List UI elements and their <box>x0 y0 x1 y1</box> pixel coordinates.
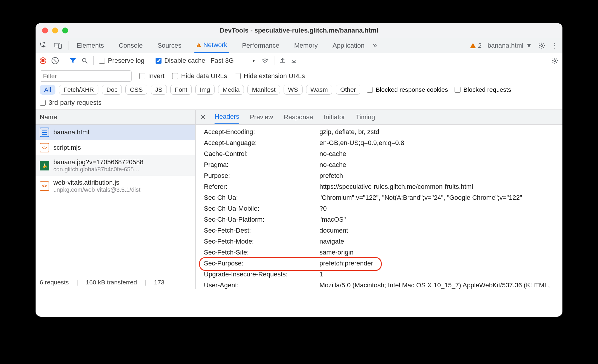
header-row[interactable]: Accept-Language:en-GB,en-US;q=0.9,en;q=0… <box>202 137 562 148</box>
detail-tab-initiator[interactable]: Initiator <box>324 110 345 124</box>
kebab-menu-icon[interactable]: ⋮ <box>551 44 558 47</box>
svg-point-11 <box>554 59 556 61</box>
target-dropdown[interactable]: banana.html ▼ <box>487 42 532 49</box>
request-list-header[interactable]: Name <box>36 110 195 125</box>
tab-memory[interactable]: Memory <box>292 38 319 53</box>
header-value: "macOS" <box>319 214 560 225</box>
headers-list[interactable]: Accept-Encoding:gzip, deflate, br, zstdA… <box>196 125 562 289</box>
blocked-cookies-checkbox[interactable]: Blocked response cookies <box>367 86 448 93</box>
detail-tab-headers[interactable]: Headers <box>215 110 239 124</box>
zoom-window-button[interactable] <box>62 28 68 33</box>
header-row[interactable]: Purpose:prefetch <box>202 170 562 181</box>
disable-cache-checkbox[interactable]: Disable cache <box>156 57 205 65</box>
header-row[interactable]: Sec-Ch-Ua-Platform:"macOS" <box>202 214 562 225</box>
svg-rect-3 <box>199 44 199 46</box>
header-value: ?0 <box>319 203 560 214</box>
svg-point-10 <box>264 62 266 63</box>
request-name: banana.html <box>53 128 89 136</box>
header-row[interactable]: Sec-Fetch-Site:same-origin <box>202 247 562 258</box>
filter-input[interactable] <box>40 70 132 82</box>
request-row[interactable]: <>script.mjs <box>36 140 195 155</box>
device-toggle-icon[interactable] <box>54 42 62 49</box>
header-row[interactable]: Accept-Encoding:gzip, deflate, br, zstd <box>202 126 562 137</box>
network-conditions-icon[interactable] <box>261 57 269 64</box>
tab-sources[interactable]: Sources <box>156 38 183 53</box>
type-filter-wasm[interactable]: Wasm <box>306 85 332 95</box>
blocked-requests-checkbox[interactable]: Blocked requests <box>455 86 511 93</box>
type-filter-all[interactable]: All <box>40 85 55 95</box>
devtools-window: DevTools - speculative-rules.glitch.me/b… <box>36 23 562 317</box>
upload-har-icon[interactable] <box>280 57 286 64</box>
image-thumb-icon: 🍌 <box>40 161 49 170</box>
gear-icon[interactable] <box>538 42 545 49</box>
filter-icon[interactable] <box>70 58 76 64</box>
hide-data-urls-checkbox[interactable]: Hide data URLs <box>172 72 227 80</box>
warnings-counter[interactable]: 2 <box>470 42 482 49</box>
request-row[interactable]: banana.html <box>36 125 195 140</box>
request-row[interactable]: <>web-vitals.attribution.jsunpkg.com/web… <box>36 176 195 196</box>
header-value: "Chromium";v="122", "Not(A:Brand";v="24"… <box>319 192 560 203</box>
more-tabs-icon[interactable]: » <box>373 41 376 50</box>
header-key: Cache-Control: <box>204 148 319 159</box>
type-filter-font[interactable]: Font <box>170 85 192 95</box>
header-value: no-cache <box>319 159 560 170</box>
request-row[interactable]: 🍌banana.jpg?v=1705668720588cdn.glitch.gl… <box>36 155 195 176</box>
clear-button[interactable] <box>52 57 59 64</box>
header-row[interactable]: Referer:https://speculative-rules.glitch… <box>202 181 562 192</box>
header-row[interactable]: Sec-Ch-Ua-Mobile:?0 <box>202 203 562 214</box>
type-filter-img[interactable]: Img <box>195 85 215 95</box>
tab-network[interactable]: Network <box>194 38 229 53</box>
status-transferred: 160 kB transferred <box>86 279 137 286</box>
status-resources: 173 <box>154 279 164 286</box>
throttling-label: Fast 3G <box>211 57 234 65</box>
header-value: no-cache <box>319 148 560 159</box>
disable-cache-label: Disable cache <box>164 57 205 65</box>
type-filter-media[interactable]: Media <box>218 85 244 95</box>
header-row[interactable]: Sec-Fetch-Dest:document <box>202 225 562 236</box>
header-row[interactable]: Sec-Ch-Ua:"Chromium";v="122", "Not(A:Bra… <box>202 192 562 203</box>
gear-icon[interactable] <box>551 57 558 64</box>
header-row[interactable]: Pragma:no-cache <box>202 159 562 170</box>
third-party-checkbox[interactable]: 3rd-party requests <box>40 99 558 107</box>
blocked-cookies-label: Blocked response cookies <box>376 86 448 93</box>
header-row[interactable]: Sec-Fetch-Mode:navigate <box>202 236 562 247</box>
header-row[interactable]: Sec-Purpose:prefetch;prerender <box>202 258 562 269</box>
header-key: Accept-Language: <box>204 137 319 148</box>
detail-tab-response[interactable]: Response <box>284 110 313 124</box>
minimize-window-button[interactable] <box>52 28 58 33</box>
warnings-count-text: 2 <box>478 42 482 49</box>
tab-console[interactable]: Console <box>117 38 145 53</box>
network-main: Name banana.html<>script.mjs🍌banana.jpg?… <box>36 110 562 289</box>
inspect-icon[interactable] <box>40 42 47 49</box>
status-bar: 6 requests | 160 kB transferred | 173 <box>36 275 195 289</box>
target-name: banana.html <box>487 42 523 49</box>
close-window-button[interactable] <box>42 28 48 33</box>
preserve-log-checkbox[interactable]: Preserve log <box>99 57 145 65</box>
detail-tab-preview[interactable]: Preview <box>250 110 273 124</box>
svg-rect-2 <box>59 44 61 49</box>
invert-checkbox[interactable]: Invert <box>139 72 164 80</box>
type-filter-css[interactable]: CSS <box>125 85 147 95</box>
detail-tab-timing[interactable]: Timing <box>356 110 375 124</box>
type-filter-manifest[interactable]: Manifest <box>247 85 280 95</box>
type-filter-js[interactable]: JS <box>151 85 167 95</box>
close-detail-button[interactable]: ✕ <box>200 113 206 121</box>
header-value: same-origin <box>319 247 560 258</box>
tab-elements[interactable]: Elements <box>75 38 106 53</box>
hide-extension-urls-checkbox[interactable]: Hide extension URLs <box>235 72 305 80</box>
throttling-dropdown[interactable]: Fast 3G ▼ <box>211 57 256 65</box>
type-filter-fetchxhr[interactable]: Fetch/XHR <box>59 85 98 95</box>
titlebar: DevTools - speculative-rules.glitch.me/b… <box>36 23 562 38</box>
header-row[interactable]: User-Agent:Mozilla/5.0 (Macintosh; Intel… <box>202 280 562 289</box>
chevron-down-icon: ▼ <box>526 42 532 49</box>
header-row[interactable]: Upgrade-Insecure-Requests:1 <box>202 269 562 280</box>
type-filter-other[interactable]: Other <box>336 85 360 95</box>
type-filter-doc[interactable]: Doc <box>102 85 122 95</box>
search-icon[interactable] <box>81 57 88 64</box>
tab-performance[interactable]: Performance <box>240 38 281 53</box>
download-har-icon[interactable] <box>291 57 297 64</box>
record-button[interactable] <box>40 57 46 64</box>
type-filter-ws[interactable]: WS <box>284 85 303 95</box>
tab-application[interactable]: Application <box>331 38 366 53</box>
header-row[interactable]: Cache-Control:no-cache <box>202 148 562 159</box>
